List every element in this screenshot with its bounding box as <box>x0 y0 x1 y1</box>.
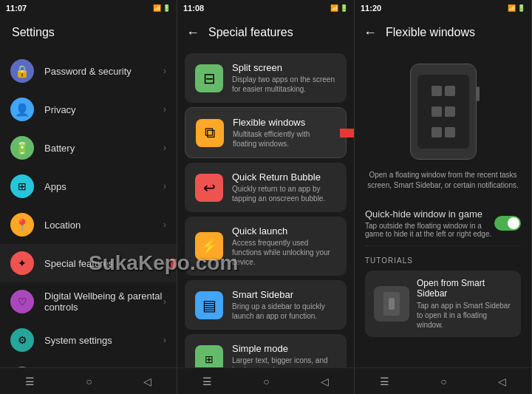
side-btn <box>477 86 480 101</box>
phone-row-1 <box>432 86 455 96</box>
tutorial-phone-mini <box>383 292 400 316</box>
quick-launch-icon: ⚡ <box>195 232 223 260</box>
nav-back-2[interactable]: ◁ <box>321 376 329 387</box>
quick-hide-desc: Tap outside the floating window in a gam… <box>365 222 494 238</box>
settings-label-password: Password & security <box>44 66 163 77</box>
settings-item-privacy[interactable]: 👤 Privacy › <box>0 90 177 129</box>
feature-quick-return[interactable]: ↩ Quick Return Bubble Quickly return to … <box>185 163 347 212</box>
red-arrow-2 <box>340 123 354 143</box>
status-icons-2: 📶 🔋 <box>330 4 348 12</box>
location-icon: 📍 <box>10 213 34 237</box>
wellbeing-icon: ♡ <box>10 290 34 313</box>
status-time-2: 11:08 <box>183 4 204 13</box>
tutorial-thumb-1 <box>374 286 409 322</box>
smart-sidebar-desc: Bring up a sidebar to quickly launch an … <box>232 302 336 321</box>
simple-mode-icon: ⊞ <box>195 345 223 368</box>
settings-panel: 11:07 📶 🔋 Settings 🔒 Password & security… <box>0 0 177 394</box>
settings-label-privacy: Privacy <box>44 104 163 115</box>
split-screen-title: Split screen <box>232 62 336 73</box>
quick-hide-toggle[interactable] <box>494 216 521 231</box>
status-icons-1: 📶 🔋 <box>153 4 171 12</box>
red-arrow-1 <box>171 253 177 274</box>
nav-back-3[interactable]: ◁ <box>498 376 506 387</box>
phone-preview <box>410 64 477 160</box>
settings-label-special: Special features <box>44 258 163 269</box>
quick-return-desc: Quickly return to an app by tapping an o… <box>232 184 336 203</box>
settings-item-battery[interactable]: 🔋 Battery › <box>0 129 177 167</box>
nav-menu-1[interactable]: ☰ <box>25 376 35 387</box>
status-icons-3: 📶 🔋 <box>508 4 525 12</box>
simple-mode-title: Simple mode <box>232 343 336 354</box>
chevron-apps: › <box>163 181 166 191</box>
feature-simple-mode[interactable]: ⊞ Simple mode Larger text, bigger icons,… <box>185 334 347 367</box>
nav-bar-3: ☰ ○ ◁ <box>355 367 531 394</box>
flexible-windows-header: ← Flexible windows <box>355 16 531 49</box>
nav-menu-2[interactable]: ☰ <box>202 376 212 387</box>
special-features-panel: 11:08 📶 🔋 ← Special features ⊟ Split scr… <box>177 0 355 394</box>
feature-smart-sidebar[interactable]: ▤ Smart Sidebar Bring up a sidebar to qu… <box>185 280 347 330</box>
settings-item-apps[interactable]: ⊞ Apps › <box>0 167 177 206</box>
status-bar-3: 11:20 📶 🔋 <box>355 0 531 16</box>
settings-list: 🔒 Password & security › 👤 Privacy › 🔋 Ba… <box>0 49 177 367</box>
quick-return-icon: ↩ <box>195 174 223 202</box>
settings-item-special[interactable]: ✦ Special features › <box>0 244 177 282</box>
phone-app-btn-3 <box>432 106 442 117</box>
chevron-location: › <box>163 220 166 230</box>
settings-item-password[interactable]: 🔒 Password & security › <box>0 52 177 90</box>
nav-home-1[interactable]: ○ <box>86 376 92 387</box>
phone-app-btn-1 <box>432 86 442 96</box>
svg-marker-1 <box>340 124 354 142</box>
feature-flexible-windows[interactable]: ⧉ Flexible windows Multitask efficiently… <box>185 107 347 158</box>
status-bar-1: 11:07 📶 🔋 <box>0 0 177 16</box>
settings-label-battery: Battery <box>44 143 163 154</box>
nav-bar-2: ☰ ○ ◁ <box>177 367 354 394</box>
settings-label-location: Location <box>44 220 163 231</box>
password-icon: 🔒 <box>10 59 34 83</box>
privacy-icon: 👤 <box>10 98 34 121</box>
flexible-windows-icon: ⧉ <box>196 119 224 147</box>
status-time-3: 11:20 <box>361 4 381 13</box>
chevron-battery: › <box>163 143 166 153</box>
nav-home-3[interactable]: ○ <box>440 376 446 387</box>
settings-label-wellbeing: Digital Wellbeing & parental controls <box>44 291 163 313</box>
special-features-header: ← Special features <box>177 16 354 49</box>
phone-app-btn-4 <box>445 106 455 117</box>
feature-quick-launch[interactable]: ⚡ Quick launch Access frequently used fu… <box>185 217 347 276</box>
about-icon: ℹ <box>10 367 34 367</box>
svg-marker-0 <box>171 254 177 272</box>
quick-hide-label: Quick-hide window in game <box>365 208 494 220</box>
simple-mode-desc: Larger text, bigger icons, and louder so… <box>232 356 336 367</box>
settings-item-wellbeing[interactable]: ♡ Digital Wellbeing & parental controls … <box>0 282 177 321</box>
split-screen-desc: Display two apps on the screen for easie… <box>232 75 336 94</box>
phone-row-2 <box>432 106 455 117</box>
nav-menu-3[interactable]: ☰ <box>380 376 389 387</box>
chevron-password: › <box>163 66 166 76</box>
flexible-windows-title: Flexible windows <box>386 26 475 39</box>
quick-return-title: Quick Return Bubble <box>232 171 336 183</box>
quick-launch-desc: Access frequently used functions while u… <box>232 238 336 267</box>
back-arrow-2[interactable]: ← <box>186 25 200 41</box>
smart-sidebar-icon: ▤ <box>195 291 223 319</box>
flexible-windows-desc: Multitask efficiently with floating wind… <box>233 129 335 149</box>
settings-item-system[interactable]: ⚙ System settings › <box>0 321 177 359</box>
flexible-windows-title: Flexible windows <box>233 117 335 128</box>
feature-list: ⊟ Split screen Display two apps on the s… <box>177 49 354 367</box>
nav-back-1[interactable]: ◁ <box>143 376 151 387</box>
settings-title: Settings <box>12 26 55 39</box>
quick-hide-row: Quick-hide window in game Tap outside th… <box>365 201 521 246</box>
split-screen-icon: ⊟ <box>195 64 223 92</box>
nav-home-2[interactable]: ○ <box>263 376 269 387</box>
flexible-windows-panel: 11:20 📶 🔋 ← Flexible windows <box>355 0 532 394</box>
settings-item-about[interactable]: ℹ About device › <box>0 359 177 367</box>
tutorial-desc-1: Tap an app in Smart Sidebar to open it i… <box>417 301 512 330</box>
chevron-privacy: › <box>163 104 166 115</box>
tutorial-smart-sidebar[interactable]: Open from Smart Sidebar Tap an app in Sm… <box>365 271 521 337</box>
settings-item-location[interactable]: 📍 Location › <box>0 206 177 244</box>
phone-screen <box>417 75 469 149</box>
settings-label-system: System settings <box>44 335 163 346</box>
status-time-1: 11:07 <box>6 4 27 13</box>
feature-split-screen[interactable]: ⊟ Split screen Display two apps on the s… <box>185 53 347 103</box>
back-arrow-3[interactable]: ← <box>364 25 377 41</box>
chevron-wellbeing: › <box>163 296 166 307</box>
quick-launch-title: Quick launch <box>232 225 336 237</box>
